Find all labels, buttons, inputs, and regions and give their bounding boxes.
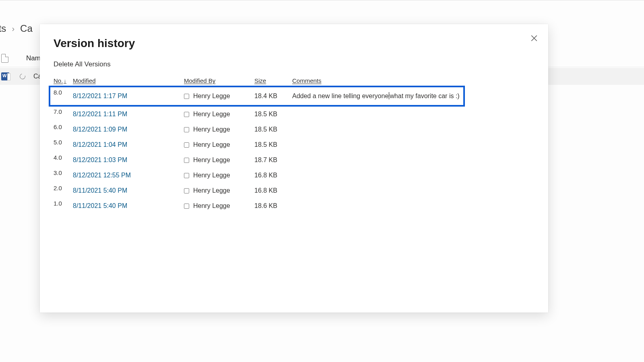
- version-row[interactable]: 1.08/11/2021 5:40 PMHenry Legge18.6 KB: [54, 198, 535, 214]
- version-number: 2.0: [54, 185, 73, 191]
- version-comment: Added a new line telling everyonewhat my…: [292, 93, 463, 100]
- dialog-title: Version history: [54, 37, 535, 50]
- version-number: 3.0: [54, 169, 73, 176]
- presence-icon: [184, 112, 189, 117]
- version-modified-by[interactable]: Henry Legge: [184, 156, 254, 164]
- version-modified-by[interactable]: Henry Legge: [184, 172, 254, 179]
- modified-by-name: Henry Legge: [193, 172, 230, 179]
- version-modified-by[interactable]: Henry Legge: [184, 93, 254, 100]
- version-size: 18.4 KB: [254, 93, 292, 100]
- modified-by-name: Henry Legge: [193, 93, 230, 100]
- version-number: 1.0: [54, 200, 73, 207]
- version-table: No. ↓ Modified Modified By Size Comments…: [54, 76, 535, 214]
- version-number: 5.0: [54, 139, 73, 146]
- version-row[interactable]: 7.08/12/2021 1:11 PMHenry Legge18.5 KB: [54, 107, 535, 122]
- version-history-dialog: Version history Delete All Versions No. …: [40, 24, 548, 313]
- version-size: 16.8 KB: [254, 172, 292, 179]
- version-modified-by[interactable]: Henry Legge: [184, 141, 254, 148]
- version-modified-link[interactable]: 8/12/2021 1:11 PM: [73, 111, 184, 118]
- version-row[interactable]: 3.08/12/2021 12:55 PMHenry Legge16.8 KB: [54, 168, 535, 183]
- column-header-modified-by[interactable]: Modified By: [184, 76, 254, 86]
- document-type-icon: [1, 54, 8, 63]
- presence-icon: [184, 204, 189, 209]
- version-size: 18.5 KB: [254, 126, 292, 133]
- presence-icon: [184, 142, 189, 148]
- version-row[interactable]: 2.08/11/2021 5:40 PMHenry Legge16.8 KB: [54, 183, 535, 198]
- version-row[interactable]: 4.08/12/2021 1:03 PMHenry Legge18.7 KB: [54, 152, 535, 168]
- modified-by-name: Henry Legge: [193, 126, 230, 133]
- chevron-right-icon: ›: [12, 24, 14, 33]
- version-size: 18.6 KB: [254, 202, 292, 210]
- version-table-body: 8.08/12/2021 1:17 PMHenry Legge18.4 KBAd…: [54, 87, 535, 214]
- version-row[interactable]: 5.08/12/2021 1:04 PMHenry Legge18.5 KB: [54, 137, 535, 152]
- modified-by-name: Henry Legge: [193, 187, 230, 194]
- version-number: 7.0: [54, 108, 73, 115]
- breadcrumb[interactable]: ents › Ca: [0, 23, 33, 34]
- modified-by-name: Henry Legge: [193, 111, 230, 118]
- version-modified-link[interactable]: 8/12/2021 1:04 PM: [73, 141, 184, 148]
- version-modified-by[interactable]: Henry Legge: [184, 187, 254, 194]
- version-number: 6.0: [54, 123, 73, 130]
- version-size: 16.8 KB: [254, 187, 292, 194]
- version-modified-link[interactable]: 8/12/2021 1:09 PM: [73, 126, 184, 133]
- version-modified-link[interactable]: 8/12/2021 1:03 PM: [73, 156, 184, 164]
- close-button[interactable]: [527, 31, 541, 45]
- close-icon: [530, 35, 538, 42]
- delete-all-versions-link[interactable]: Delete All Versions: [54, 60, 111, 68]
- version-modified-by[interactable]: Henry Legge: [184, 202, 254, 210]
- version-size: 18.5 KB: [254, 141, 292, 148]
- column-header-modified[interactable]: Modified: [73, 76, 184, 86]
- text-cursor-icon: [389, 92, 389, 99]
- breadcrumb-current[interactable]: Ca: [20, 23, 33, 34]
- version-modified-by[interactable]: Henry Legge: [184, 126, 254, 133]
- word-document-icon: [1, 72, 9, 80]
- presence-icon: [184, 158, 189, 163]
- version-size: 18.5 KB: [254, 111, 292, 118]
- version-table-header: No. ↓ Modified Modified By Size Comments: [54, 76, 535, 86]
- column-header-size[interactable]: Size: [254, 76, 292, 86]
- column-header-comments[interactable]: Comments: [292, 76, 535, 86]
- sort-descending-icon: ↓: [64, 78, 66, 84]
- version-modified-link[interactable]: 8/12/2021 1:17 PM: [73, 93, 184, 100]
- version-size: 18.7 KB: [254, 156, 292, 164]
- version-modified-link[interactable]: 8/12/2021 12:55 PM: [73, 172, 184, 179]
- version-number: 8.0: [54, 89, 73, 96]
- presence-icon: [184, 127, 189, 132]
- version-modified-link[interactable]: 8/11/2021 5:40 PM: [73, 202, 184, 210]
- version-modified-by[interactable]: Henry Legge: [184, 111, 254, 118]
- column-header-no-label: No.: [54, 77, 63, 84]
- presence-icon: [184, 94, 189, 99]
- version-modified-link[interactable]: 8/11/2021 5:40 PM: [73, 187, 184, 194]
- presence-icon: [184, 188, 189, 193]
- column-header-no[interactable]: No. ↓: [54, 76, 73, 86]
- breadcrumb-prev[interactable]: ents: [0, 23, 6, 34]
- version-row[interactable]: 8.08/12/2021 1:17 PMHenry Legge18.4 KBAd…: [50, 87, 463, 105]
- modified-by-name: Henry Legge: [193, 202, 230, 210]
- modified-by-name: Henry Legge: [193, 141, 230, 148]
- version-row[interactable]: 6.08/12/2021 1:09 PMHenry Legge18.5 KB: [54, 122, 535, 137]
- modified-by-name: Henry Legge: [193, 156, 230, 164]
- version-number: 4.0: [54, 154, 73, 161]
- presence-icon: [184, 173, 189, 178]
- sync-icon: [19, 72, 26, 80]
